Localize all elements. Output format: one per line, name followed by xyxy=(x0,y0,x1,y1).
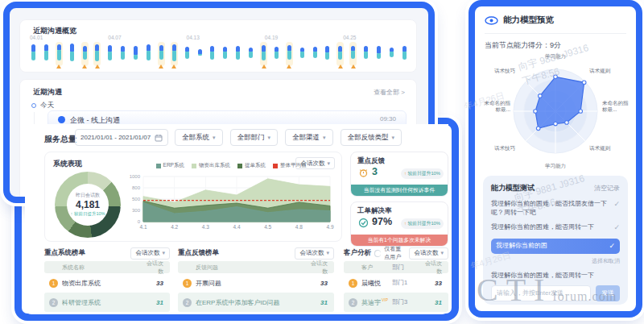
bar-capsule xyxy=(185,47,189,59)
bar-capsule xyxy=(159,45,163,60)
timeline-bar xyxy=(234,42,242,66)
column-name: 客户 xyxy=(344,264,392,272)
timeline-bar xyxy=(158,42,165,66)
chevron-down-icon: ▾ xyxy=(162,250,165,256)
row-value: 33 xyxy=(421,280,448,287)
timeline-bar xyxy=(208,42,216,66)
radar-axis-label: 话术技巧 xyxy=(494,145,515,152)
ticket-delta-badge: ↑ 较前日提升10% xyxy=(401,218,444,229)
send-button[interactable]: 发送 xyxy=(596,285,620,301)
date-range-picker[interactable]: 2021/01/01 - 2021/01/07 xyxy=(75,129,168,146)
bar-blue-segment xyxy=(57,44,61,50)
warning-triangle-icon xyxy=(171,64,176,69)
filter-bar: 全部系统▾全部部门▾全部渠道▾全部反馈类型▾ xyxy=(175,129,402,146)
bar-teal-segment xyxy=(313,52,317,58)
bar-blue-segment xyxy=(95,44,99,51)
timeline-bar xyxy=(312,42,319,66)
bar-teal-segment xyxy=(300,52,304,58)
bar-teal-segment xyxy=(159,51,163,60)
test-item-selected[interactable]: 我理解你当前的困✓ xyxy=(491,239,620,254)
table-column-headers: 客户部门会话次数 xyxy=(344,261,448,273)
svg-text:4.2: 4.2 xyxy=(171,224,178,230)
table-row[interactable]: 1物资出库系统33 xyxy=(44,273,170,293)
ticket-banner: 当前有1个问题多次未解决 xyxy=(351,235,448,246)
bar-teal-segment xyxy=(185,52,189,59)
test-item[interactable]: 我理解你当前的困难，能否周转一下✓ xyxy=(491,222,620,233)
ranking-table-2: 重点反馈榜单会话次数▾反馈问题会话次数1开票问题332在ERP系统中添加客户ID… xyxy=(178,245,334,312)
legend-swatch xyxy=(237,164,242,168)
test-item-list: 我理解你当前的困难，能否找朋友借一下呢？周转一下吧✓我理解你当前的困难，能否周转… xyxy=(491,199,620,254)
bar-capsule xyxy=(287,45,291,60)
table-row[interactable]: 1晨曦悦部门133 xyxy=(344,273,448,293)
metric-dropdown-label: 会话次数 xyxy=(414,249,438,257)
table-row[interactable]: 2科研管理系统31 xyxy=(44,293,170,312)
test-item-text: 我理解你当前的困难，能否找朋友借一下呢？周转一下吧 xyxy=(491,199,609,217)
timeline-bar xyxy=(56,42,63,66)
column-name: 反馈问题 xyxy=(178,264,307,272)
timeline-bar xyxy=(375,42,382,66)
test-header: 能力模型测试 清空记录 xyxy=(491,183,620,193)
bar-capsule xyxy=(31,44,35,60)
filter-dropdown[interactable]: 全部渠道▾ xyxy=(285,129,333,146)
capability-test-card: 能力模型测试 清空记录 我理解你当前的困难，能否找朋友借一下呢？周转一下吧✓我理… xyxy=(483,176,628,305)
chevron-down-icon: ▾ xyxy=(323,135,326,141)
date-tick: 04.07 xyxy=(108,35,121,40)
bar-capsule xyxy=(147,44,151,60)
area-chart-svg: 030050080010004.14.24.34.44.54.84.9 xyxy=(126,173,336,239)
overview-timeline-chart xyxy=(30,42,408,69)
chat-input[interactable] xyxy=(491,285,591,301)
bar-capsule xyxy=(83,46,87,60)
date-tick: 04.19 xyxy=(265,35,278,40)
timeline-bar xyxy=(221,42,229,66)
metric-dropdown[interactable]: 会话次数▾ xyxy=(409,247,448,260)
timeline-bar xyxy=(119,42,126,66)
radar-axis-label: 学习能力 xyxy=(545,163,566,169)
warning-triangle-icon xyxy=(262,64,266,69)
metric-dropdown[interactable]: 会话次数▾ xyxy=(295,247,334,260)
ticket-resolution-title: 工单解决率 xyxy=(357,206,392,216)
filter-dropdown[interactable]: 全部部门▾ xyxy=(230,129,279,146)
filter-label: 全部部门 xyxy=(237,133,265,143)
filter-label: 全部系统 xyxy=(182,133,209,143)
timeline-bar xyxy=(401,42,408,66)
toggle-label: 仅看重点用户 xyxy=(384,245,402,261)
view-all-link[interactable]: 查看全部 > xyxy=(374,88,405,97)
ranking-table-1: 重点系统榜单会话次数▾系统名称会话次数1物资出库系统332科研管理系统31 xyxy=(44,245,170,312)
test-extra-item[interactable]: 我理解你当前的困难，能否周转一下 xyxy=(491,271,620,280)
column-value: 会话次数 xyxy=(307,260,334,276)
bar-capsule xyxy=(198,49,202,56)
key-users-toggle[interactable] xyxy=(374,250,381,257)
table-row[interactable]: 2在ERP系统中添加客户ID问题31 xyxy=(178,293,334,312)
radar-axis-label: 学习能力 xyxy=(545,53,566,60)
bar-teal-segment xyxy=(31,52,35,60)
table-row[interactable]: 2莫迪宇VIP部门331 xyxy=(344,293,448,312)
filter-dropdown[interactable]: 全部系统▾ xyxy=(175,129,223,146)
metric-dropdown[interactable]: 会话次数▾ xyxy=(130,247,170,260)
row-name: 晨曦悦 xyxy=(361,279,392,288)
test-extra-text: 我理解你当前的困难，能否周转一下 xyxy=(491,271,620,280)
bar-teal-segment xyxy=(134,55,138,60)
system-performance-card: 系统表现 会话次数 ▾ 昨日会话数 4,181 ↑ 较前日提升10% ERP系统… xyxy=(44,152,342,242)
clear-records-link[interactable]: 清空记录 xyxy=(594,184,620,193)
capability-title: 能力模型预览 xyxy=(503,15,554,26)
select-cancel-hint: 选择和取消 xyxy=(491,257,620,265)
donut-center-label: 昨日会话数 xyxy=(76,192,100,198)
bar-blue-segment xyxy=(287,45,291,51)
svg-text:4.5: 4.5 xyxy=(264,224,271,230)
check-icon: ✓ xyxy=(609,241,615,251)
bar-capsule xyxy=(57,44,61,60)
bar-teal-segment xyxy=(236,52,240,60)
rank-badge: 2 xyxy=(183,298,192,307)
table-row[interactable]: 1开票问题33 xyxy=(178,273,334,293)
test-item[interactable]: 我理解你当前的困难，能否找朋友借一下呢？周转一下吧✓ xyxy=(491,199,620,217)
radar-axis-label: 未命名的指标最... xyxy=(483,100,510,114)
alarm-icon xyxy=(358,168,369,178)
table-title: 客户分析 xyxy=(344,248,371,258)
bar-blue-segment xyxy=(172,44,176,51)
row-value: 31 xyxy=(421,299,448,306)
table-column-headers: 反馈问题会话次数 xyxy=(178,261,334,273)
filter-dropdown[interactable]: 全部反馈类型▾ xyxy=(341,129,402,146)
filter-label: 全部反馈类型 xyxy=(348,133,389,143)
chat-input-row: 发送 xyxy=(491,285,620,301)
legend-label: ERP系统 xyxy=(163,162,184,169)
